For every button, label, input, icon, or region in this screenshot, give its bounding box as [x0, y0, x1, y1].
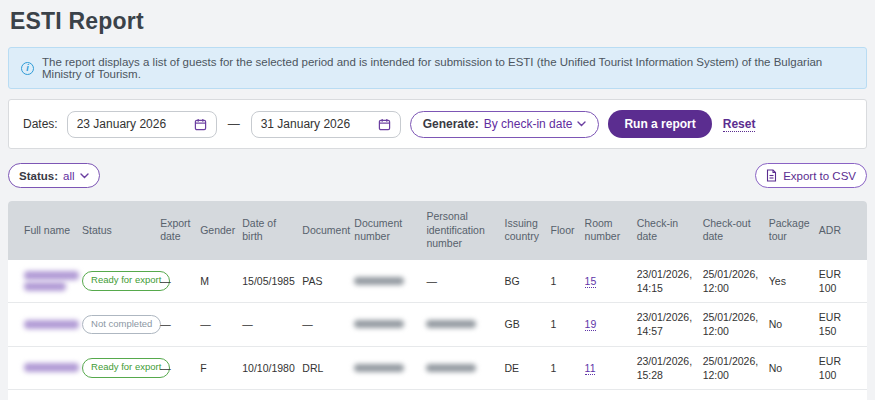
cell-document_number: [354, 303, 426, 346]
cell-full_name: [8, 346, 82, 389]
cell-check_out: 25/01/2026, 12:00: [703, 260, 769, 303]
col-header-date_of_birth: Date of birth: [242, 201, 302, 260]
cell-floor: 1: [551, 260, 585, 303]
export-file-icon: [766, 169, 777, 182]
cell-package_tour: No: [769, 389, 819, 400]
col-header-status: Status: [82, 201, 160, 260]
col-header-personal_id: Personal identification number: [426, 201, 504, 260]
cell-full_name: [8, 260, 82, 303]
cell-document: —: [302, 389, 354, 400]
table-row: Ready for export—M15/05/1985PAS—BG11523/…: [8, 260, 867, 303]
cell-document: DRL: [302, 346, 354, 389]
cell-check_in: 23/01/2026, 15:51: [637, 389, 703, 400]
cell-room_number: 19: [585, 303, 637, 346]
cell-status: Not completed: [82, 389, 160, 400]
cell-personal_id: —: [426, 260, 504, 303]
col-header-package_tour: Package tour: [769, 201, 819, 260]
calendar-icon: [378, 118, 391, 131]
guests-table-card: Full nameStatusExport dateGenderDate of …: [8, 201, 867, 400]
cell-room_number: 15: [585, 260, 637, 303]
cell-export_date: —: [160, 260, 200, 303]
cell-floor: —: [551, 389, 585, 400]
redacted-guest-name[interactable]: [24, 282, 66, 291]
date-from-value: 23 January 2026: [77, 117, 166, 131]
calendar-icon: [194, 118, 207, 131]
cell-check_in: 23/01/2026, 14:57: [637, 303, 703, 346]
export-csv-label: Export to CSV: [783, 170, 856, 182]
col-header-export_date: Export date: [160, 201, 200, 260]
cell-status: Not completed: [82, 303, 160, 346]
table-header-row: Full nameStatusExport dateGenderDate of …: [8, 201, 867, 260]
status-filter-value: all: [63, 170, 75, 182]
cell-adr: EUR 100: [819, 260, 867, 303]
redacted-value: [426, 364, 476, 372]
cell-issuing_country: DE: [505, 346, 551, 389]
info-icon: i: [21, 62, 34, 75]
cell-check_in: 23/01/2026, 14:15: [637, 260, 703, 303]
table-row: Ready for export—F10/10/1980DRLDE11123/0…: [8, 346, 867, 389]
page-title: ESTI Report: [10, 8, 867, 35]
cell-personal_id: [426, 346, 504, 389]
status-badge: Not completed: [82, 315, 161, 335]
cell-package_tour: No: [769, 346, 819, 389]
cell-room_number: Set: [585, 389, 637, 400]
export-csv-button[interactable]: Export to CSV: [755, 163, 867, 188]
date-to-value: 31 January 2026: [261, 117, 350, 131]
guests-table: Full nameStatusExport dateGenderDate of …: [8, 201, 867, 400]
cell-check_in: 23/01/2026, 15:28: [637, 346, 703, 389]
cell-export_date: —: [160, 346, 200, 389]
run-report-button[interactable]: Run a report: [608, 110, 711, 138]
room-number-link[interactable]: 19: [585, 318, 597, 331]
redacted-guest-name[interactable]: [24, 320, 79, 329]
col-header-document: Document: [302, 201, 354, 260]
cell-full_name: [8, 303, 82, 346]
status-filter-dropdown[interactable]: Status: all: [8, 163, 100, 188]
cell-export_date: —: [160, 389, 200, 400]
cell-date_of_birth: —: [242, 303, 302, 346]
cell-gender: —: [200, 303, 242, 346]
table-toolbar: Status: all Export to CSV: [8, 163, 867, 188]
generate-label: Generate:: [423, 117, 479, 131]
info-banner-text: The report displays a list of guests for…: [42, 56, 854, 80]
date-to-input[interactable]: 31 January 2026: [251, 111, 401, 138]
cell-document_number: [354, 346, 426, 389]
status-badge: Ready for export: [82, 358, 170, 378]
cell-package_tour: No: [769, 303, 819, 346]
cell-gender: M: [200, 260, 242, 303]
dates-label: Dates:: [23, 117, 58, 131]
redacted-value: [354, 364, 404, 372]
cell-adr: EUR 100: [819, 389, 867, 400]
redacted-value: [354, 277, 404, 285]
reset-link[interactable]: Reset: [723, 117, 756, 132]
cell-gender: F: [200, 346, 242, 389]
cell-issuing_country: —: [505, 389, 551, 400]
cell-date_of_birth: 10/10/1980: [242, 346, 302, 389]
table-body: Ready for export—M15/05/1985PAS—BG11523/…: [8, 260, 867, 400]
table-row: Not completed————GB11923/01/2026, 14:572…: [8, 303, 867, 346]
cell-package_tour: Yes: [769, 260, 819, 303]
cell-document: —: [302, 303, 354, 346]
date-from-input[interactable]: 23 January 2026: [67, 111, 217, 138]
cell-check_out: 25/01/2026, 12:00: [703, 303, 769, 346]
redacted-guest-name[interactable]: [24, 271, 79, 280]
room-number-link[interactable]: 11: [585, 362, 596, 375]
cell-date_of_birth: —: [242, 389, 302, 400]
cell-status: Ready for export: [82, 346, 160, 389]
generate-mode-dropdown[interactable]: Generate: By check-in date: [410, 111, 600, 138]
room-number-link[interactable]: 15: [585, 275, 597, 288]
info-banner: i The report displays a list of guests f…: [8, 47, 867, 89]
cell-document_number: —: [354, 389, 426, 400]
cell-check_out: 25/01/2026, 12:00: [703, 346, 769, 389]
cell-floor: 1: [551, 303, 585, 346]
cell-personal_id: [426, 303, 504, 346]
cell-issuing_country: BG: [505, 260, 551, 303]
cell-export_date: —: [160, 303, 200, 346]
generate-value: By check-in date: [484, 117, 573, 131]
col-header-document_number: Document number: [354, 201, 426, 260]
cell-document: PAS: [302, 260, 354, 303]
redacted-guest-name[interactable]: [24, 363, 79, 372]
col-header-full_name: Full name: [8, 201, 82, 260]
cell-adr: EUR 100: [819, 346, 867, 389]
cell-issuing_country: GB: [505, 303, 551, 346]
redacted-value: [426, 320, 476, 328]
